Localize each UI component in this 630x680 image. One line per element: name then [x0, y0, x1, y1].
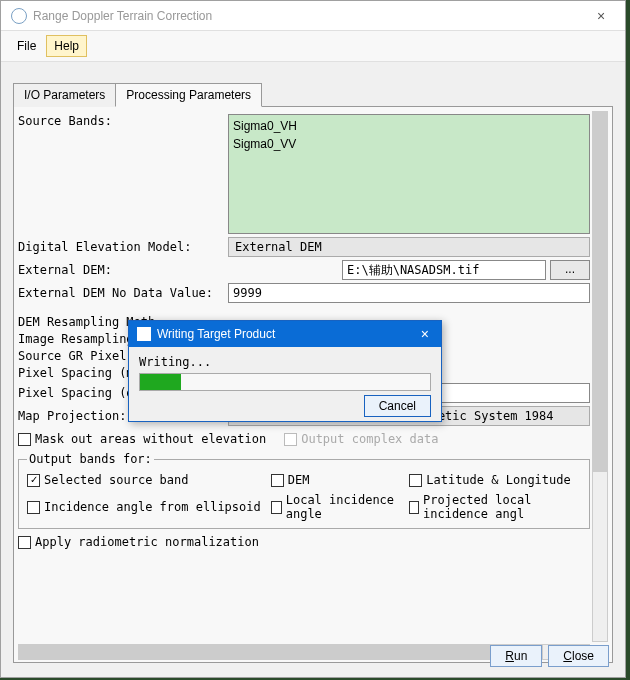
- window-close-button[interactable]: ×: [581, 8, 621, 24]
- incidence-ellipsoid-checkbox[interactable]: Incidence angle from ellipsoid: [27, 493, 271, 521]
- dem-select[interactable]: External DEM: [228, 237, 590, 257]
- dialog-buttons: Run Close: [490, 645, 609, 667]
- local-incidence-checkbox[interactable]: Local incidence angle: [271, 493, 410, 521]
- titlebar: Range Doppler Terrain Correction ×: [1, 1, 625, 31]
- local-incidence-label: Local incidence angle: [286, 493, 410, 521]
- tab-row: I/O Parameters Processing Parameters: [13, 82, 613, 107]
- progress-titlebar: Writing Target Product ×: [129, 321, 441, 347]
- run-button[interactable]: Run: [490, 645, 542, 667]
- projected-local-incidence-checkbox[interactable]: Projected local incidence angl: [409, 493, 575, 521]
- close-button[interactable]: Close: [548, 645, 609, 667]
- checkbox-icon: [409, 474, 422, 487]
- checkbox-icon: [409, 501, 419, 514]
- progress-bar: [139, 373, 431, 391]
- progress-app-icon: [137, 327, 151, 341]
- checkbox-icon: [18, 433, 31, 446]
- selected-source-band-checkbox[interactable]: ✓ Selected source band: [27, 473, 271, 487]
- output-bands-legend: Output bands for:: [27, 452, 154, 466]
- menubar: File Help: [1, 31, 625, 62]
- source-band-item[interactable]: Sigma0_VV: [233, 135, 585, 153]
- scrollbar-thumb[interactable]: [593, 112, 607, 472]
- menu-file[interactable]: File: [9, 35, 44, 57]
- source-bands-list[interactable]: Sigma0_VH Sigma0_VV: [228, 114, 590, 234]
- progress-dialog: Writing Target Product × Writing... Canc…: [128, 320, 442, 422]
- checkbox-icon: [27, 501, 40, 514]
- dem-label: Digital Elevation Model:: [18, 240, 228, 254]
- latlon-label: Latitude & Longitude: [426, 473, 571, 487]
- checkbox-icon: [284, 433, 297, 446]
- progress-bar-fill: [140, 374, 181, 390]
- checkbox-icon: ✓: [27, 474, 40, 487]
- window-title: Range Doppler Terrain Correction: [33, 9, 581, 23]
- source-bands-label: Source Bands:: [18, 114, 228, 128]
- apply-radiometric-label: Apply radiometric normalization: [35, 535, 259, 549]
- vertical-scrollbar[interactable]: [592, 111, 608, 642]
- checkbox-icon: [271, 474, 284, 487]
- output-bands-group: Output bands for: ✓ Selected source band…: [18, 452, 590, 529]
- dem-output-checkbox[interactable]: DEM: [271, 473, 410, 487]
- latlon-checkbox[interactable]: Latitude & Longitude: [409, 473, 575, 487]
- progress-title: Writing Target Product: [157, 327, 417, 341]
- apply-radiometric-checkbox[interactable]: Apply radiometric normalization: [18, 535, 259, 549]
- incidence-ellipsoid-label: Incidence angle from ellipsoid: [44, 500, 261, 514]
- mask-no-elevation-checkbox[interactable]: Mask out areas without elevation: [18, 432, 266, 446]
- external-dem-input[interactable]: [342, 260, 546, 280]
- tab-io-parameters[interactable]: I/O Parameters: [13, 83, 116, 107]
- menu-help[interactable]: Help: [46, 35, 87, 57]
- tab-processing-parameters[interactable]: Processing Parameters: [115, 83, 262, 107]
- source-band-item[interactable]: Sigma0_VH: [233, 117, 585, 135]
- output-complex-label: Output complex data: [301, 432, 438, 446]
- selected-source-band-label: Selected source band: [44, 473, 189, 487]
- projected-local-incidence-label: Projected local incidence angl: [423, 493, 575, 521]
- external-dem-nodata-input[interactable]: [228, 283, 590, 303]
- external-dem-label: External DEM:: [18, 263, 228, 277]
- app-icon: [11, 8, 27, 24]
- progress-cancel-button[interactable]: Cancel: [364, 395, 431, 417]
- progress-status-text: Writing...: [139, 355, 431, 369]
- output-complex-checkbox: Output complex data: [284, 432, 438, 446]
- dem-output-label: DEM: [288, 473, 310, 487]
- checkbox-icon: [18, 536, 31, 549]
- progress-close-button[interactable]: ×: [417, 326, 433, 342]
- mask-no-elevation-label: Mask out areas without elevation: [35, 432, 266, 446]
- external-dem-browse-button[interactable]: ...: [550, 260, 590, 280]
- external-dem-nodata-label: External DEM No Data Value:: [18, 286, 228, 300]
- scrollbar-thumb[interactable]: [19, 645, 543, 659]
- checkbox-icon: [271, 501, 282, 514]
